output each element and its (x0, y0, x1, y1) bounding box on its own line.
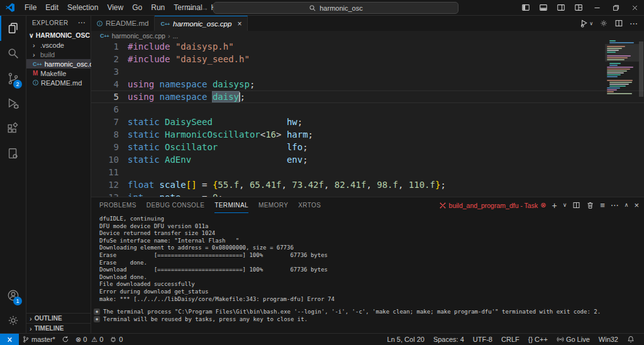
line-text: int note = 0; (119, 191, 223, 197)
kill-terminal-button[interactable] (586, 201, 594, 209)
indentation[interactable]: Spaces: 4 (429, 336, 469, 343)
breadcrumb[interactable]: C++ harmonic_osc.cpp › ... (91, 31, 644, 40)
command-center-search[interactable]: harmonic_osc (213, 2, 458, 14)
menu-go[interactable]: Go (128, 3, 147, 12)
explorer-more-actions-icon[interactable]: ⋯ (78, 18, 86, 27)
code-line-12[interactable]: 12float scale[] = {55.f, 65.41f, 73.42f,… (91, 178, 644, 191)
go-forward-icon[interactable]: → (199, 3, 209, 13)
tree-item-readme.md[interactable]: iREADME.md (26, 78, 91, 87)
panel-more-actions-button[interactable]: ⋯ (611, 201, 619, 209)
search-text: harmonic_osc (319, 4, 362, 12)
terminal-profile-dropdown[interactable]: ∨ (563, 202, 567, 208)
panel-tab-problems[interactable]: PROBLEMS (99, 197, 136, 213)
code-line-7[interactable]: 7static DaisySeed hw; (91, 116, 644, 128)
sidebar-section-outline[interactable]: ›OUTLINE (26, 313, 91, 323)
problems-status[interactable]: ⊗ 0 ⚠ 0 (72, 334, 106, 345)
menu-view[interactable]: View (103, 3, 128, 12)
go-live[interactable]: Go Live (552, 336, 594, 343)
tree-item-.vscode[interactable]: ›.vscode (26, 40, 91, 50)
cursor-position[interactable]: Ln 5, Col 20 (383, 336, 429, 343)
code-line-5[interactable]: 5using namespace daisy; (91, 90, 644, 103)
eol[interactable]: CRLF (497, 336, 524, 343)
extensions-icon (6, 122, 20, 136)
code-line-13[interactable]: 13int note = 0; (91, 191, 644, 197)
tab-harmonic_osc.cpp[interactable]: C++harmonic_osc.cpp× (155, 16, 248, 31)
panel-tab-terminal[interactable]: TERMINAL (214, 197, 248, 213)
toggle-primary-sidebar-button[interactable] (517, 0, 535, 15)
maximize-panel-button[interactable]: ∧ (625, 202, 629, 208)
command-decoration-icon[interactable]: ✱ (94, 309, 100, 315)
panel-tab-memory[interactable]: MEMORY (258, 197, 288, 213)
close-tab-icon[interactable]: × (237, 19, 242, 28)
device-status[interactable]: 0 (106, 334, 126, 345)
sidebar-section-timeline[interactable]: ›TIMELINE (26, 323, 91, 333)
terminal-output[interactable]: dfuIDLE, continuingDFU mode device DFU v… (91, 213, 644, 333)
menu-run[interactable]: Run (147, 3, 169, 12)
activity-accounts[interactable]: 1 (0, 283, 26, 308)
more-actions-button[interactable]: ⋯ (630, 19, 638, 28)
remote-indicator-button[interactable] (0, 334, 19, 345)
code-line-4[interactable]: 4using namespace daisysp; (91, 78, 644, 90)
new-terminal-button[interactable]: + (552, 201, 557, 210)
minimap[interactable] (606, 40, 638, 197)
code-editor[interactable]: 1#include "daisysp.h"2#include "daisy_se… (91, 40, 644, 197)
activity-manage-settings[interactable] (0, 308, 26, 333)
activity-source-control[interactable]: 2 (0, 66, 26, 91)
line-number: 13 (91, 191, 119, 197)
minimize-button[interactable] (587, 0, 606, 15)
activity-run-and-debug[interactable] (0, 91, 26, 116)
panel-tab-xrtos[interactable]: XRTOS (298, 197, 321, 213)
line-number: 12 (91, 178, 119, 191)
encoding[interactable]: UTF-8 (469, 336, 497, 343)
terminal-views-button[interactable]: ≡ (600, 201, 605, 209)
tab-readme.md[interactable]: iREADME.md (91, 16, 155, 31)
chevron-right-icon: › (30, 315, 32, 322)
menu-edit[interactable]: Edit (41, 3, 63, 12)
tree-item-build[interactable]: ›build (26, 50, 91, 59)
code-line-8[interactable]: 8static HarmonicOscillator<16> harm; (91, 128, 644, 141)
editor-scrollbar[interactable] (638, 40, 644, 197)
command-decoration-icon[interactable]: ✱ (94, 316, 100, 322)
tree-item-harmonic_osc.cpp[interactable]: C++harmonic_osc.cpp (26, 59, 91, 68)
tree-item-makefile[interactable]: MMakefile (26, 68, 91, 78)
language-mode[interactable]: {}C++ (524, 336, 552, 343)
win-max-icon (612, 4, 620, 12)
line-number: 3 (91, 65, 119, 78)
code-line-10[interactable]: 10static AdEnv env; (91, 153, 644, 166)
restore-button[interactable] (606, 0, 625, 15)
close-panel-button[interactable]: × (634, 201, 639, 209)
panel-tab-debug-console[interactable]: DEBUG CONSOLE (147, 197, 204, 213)
go-back-icon[interactable]: ← (186, 3, 196, 13)
toggle-secondary-sidebar-button[interactable] (552, 0, 570, 15)
git-branch-status[interactable]: master* (19, 334, 58, 345)
configure-button[interactable] (599, 19, 608, 28)
activity-task-runner[interactable] (0, 141, 26, 167)
menu-selection[interactable]: Selection (63, 3, 103, 12)
close-button[interactable] (625, 0, 644, 15)
terminal-task-item[interactable]: build_and_program_dfu - Task ⊗ (439, 201, 547, 209)
code-line-11[interactable]: 11 (91, 166, 644, 178)
vscode-logo-icon (5, 3, 15, 13)
status-label: CRLF (501, 336, 519, 343)
code-line-6[interactable]: 6 (91, 103, 644, 116)
info-icon: i (33, 80, 38, 85)
platform[interactable]: Win32 (594, 336, 623, 343)
workspace-root-folder[interactable]: ∨ HARMONIC_OSC (26, 30, 91, 40)
run-or-debug-button[interactable]: ∨ (580, 19, 593, 28)
notifications-bell[interactable] (623, 336, 639, 343)
menu-file[interactable]: File (20, 3, 41, 12)
code-line-2[interactable]: 2#include "daisy_seed.h" (91, 53, 644, 65)
code-line-3[interactable]: 3 (91, 65, 644, 78)
customize-layout-button[interactable] (570, 0, 587, 15)
cpp-file-icon: C++ (160, 21, 170, 27)
activity-explorer[interactable] (0, 16, 26, 41)
code-line-9[interactable]: 9static Oscillator lfo; (91, 141, 644, 153)
activity-search[interactable] (0, 41, 26, 66)
split-terminal-button[interactable] (572, 201, 580, 209)
sync-changes-button[interactable] (58, 334, 72, 345)
chevron-right-icon: › (33, 41, 38, 49)
code-line-1[interactable]: 1#include "daisysp.h" (91, 40, 644, 53)
split-editor-button[interactable] (614, 19, 623, 28)
toggle-panel-button[interactable] (535, 0, 552, 15)
activity-extensions[interactable] (0, 116, 26, 141)
